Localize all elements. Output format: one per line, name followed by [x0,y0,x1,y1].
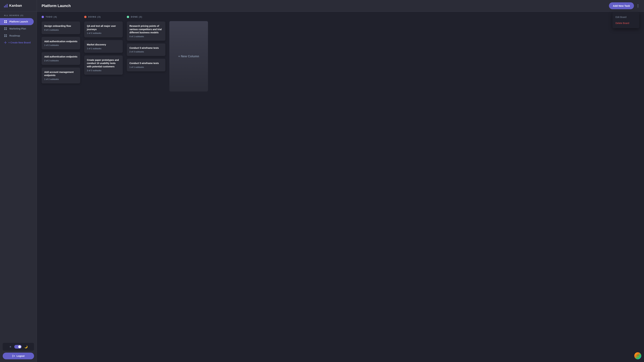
task-card-t4[interactable]: Add account management endpoints 1 of 2 … [42,67,80,83]
task-subtasks-t1: 0 of 1 subtasks [44,29,78,31]
dot-3 [638,7,638,7]
theme-toggle[interactable]: ☀ 🌙 [3,343,34,351]
logout-icon [12,355,15,357]
user-avatar[interactable]: 🌴 [634,352,641,359]
svg-rect-8 [4,34,5,35]
svg-rect-2 [4,22,5,23]
column-header-done: DONE (3) [127,16,165,18]
column-dot-done [127,16,129,18]
header: Platform Launch Add New Task [37,0,644,12]
sidebar-item-platform-launch[interactable]: Platform Launch [0,18,34,25]
sidebar-item-label: Marketing Plan [10,27,26,30]
sidebar-bottom: ☀ 🌙 Logout [0,340,37,362]
column-dot-todo [42,16,44,18]
sidebar-item-roadmap[interactable]: Roadmap [0,32,34,39]
svg-rect-0 [4,20,5,21]
task-subtasks-d2: 1 of 1 subtasks [87,47,120,50]
logo-bar-1 [4,6,5,7]
column-title-todo: TODO (4) [46,16,57,18]
task-subtasks-t2: 1 of 2 subtasks [44,44,78,46]
logout-button[interactable]: Logout [3,353,34,359]
task-subtasks-dn1: 0 of 1 subtasks [130,35,163,38]
header-dropdown: Edit Board Delete Board [612,12,639,28]
task-subtasks-t4: 1 of 2 subtasks [44,78,78,80]
task-card-d1[interactable]: QA and test all major user journeys 1 of… [84,21,123,37]
logo-icon [4,4,8,7]
task-title-d3: Create paper prototypes and conduct 10 u… [87,58,120,68]
column-dot-doing [84,16,86,18]
board-title: Platform Launch [42,4,71,8]
task-subtasks-dn3: 1 of 1 subtasks [130,66,163,68]
task-title-t2: Add authentication endpoints [44,40,78,43]
board-icon [4,20,7,23]
add-task-button[interactable]: Add New Task [609,2,634,9]
board-icon [4,27,7,30]
moon-icon: 🌙 [24,345,28,349]
svg-rect-10 [4,36,5,37]
boards-section-label: ALL BOARDS (3) [0,11,37,18]
sun-icon: ☀ [9,345,12,349]
task-subtasks-d3: 2 of 3 subtasks [87,69,120,72]
task-title-d1: QA and test all major user journeys [87,24,120,31]
task-title-t4: Add account management endpoints [44,70,78,77]
sidebar-item-label: Roadmap [10,34,20,37]
svg-rect-5 [6,27,7,28]
toggle-knob [18,346,21,348]
column-todo: TODO (4) Design onboarding flow 0 of 1 s… [42,16,80,83]
main-area: Platform Launch Add New Task Edit Board … [37,0,644,362]
column-doing: DOING (3) QA and test all major user jou… [84,16,123,75]
task-subtasks-dn2: 2 of 3 subtasks [130,51,163,53]
dot-2 [638,5,638,6]
task-card-dn2[interactable]: Conduct 5 wireframe tests 2 of 3 subtask… [127,43,165,56]
sidebar: Kanban ALL BOARDS (3) Platform Launch Ma… [0,0,37,362]
toggle-switch[interactable] [14,345,22,349]
delete-board-option[interactable]: Delete Board [612,20,639,26]
task-title-d2: Market discovery [87,43,120,46]
column-header-todo: TODO (4) [42,16,80,18]
task-card-d3[interactable]: Create paper prototypes and conduct 10 u… [84,55,123,75]
task-card-t3[interactable]: Add authentication endpoints 2 of 2 subt… [42,52,80,65]
task-card-dn3[interactable]: Conduct 5 wireframe tests 1 of 1 subtask… [127,59,165,71]
column-done: DONE (3) Research pricing points of vari… [127,16,165,71]
svg-rect-11 [6,36,7,37]
task-title-dn3: Conduct 5 wireframe tests [130,62,163,65]
svg-rect-7 [6,29,7,30]
task-card-t2[interactable]: Add authentication endpoints 1 of 2 subt… [42,37,80,50]
task-card-dn1[interactable]: Research pricing points of various compe… [127,21,165,41]
svg-rect-3 [6,22,7,23]
create-board-label: + Create New Board [8,41,31,44]
app-name: Kanban [9,4,22,7]
svg-rect-9 [6,34,7,35]
board-area: TODO (4) Design onboarding flow 0 of 1 s… [37,12,644,362]
svg-rect-4 [4,27,5,28]
board-columns: TODO (4) Design onboarding flow 0 of 1 s… [42,16,165,83]
sidebar-item-label: Platform Launch [10,20,28,23]
logo-area: Kanban [0,0,37,11]
board-icon [4,34,7,37]
header-actions: Add New Task [609,2,639,9]
task-subtasks-t3: 2 of 2 subtasks [44,59,78,62]
sidebar-item-marketing-plan[interactable]: Marketing Plan [0,25,34,32]
logo-bar-3 [7,4,8,7]
task-subtasks-d1: 1 of 2 subtasks [87,32,120,34]
column-header-doing: DOING (3) [84,16,123,18]
svg-rect-1 [6,20,7,21]
column-title-done: DONE (3) [131,16,142,18]
logo-bar-2 [5,5,6,7]
edit-board-option[interactable]: Edit Board [612,14,639,20]
svg-rect-6 [4,29,5,30]
logout-label: Logout [16,355,24,357]
sidebar-boards-list: Platform Launch Marketing Plan Roadmap [0,18,37,39]
task-card-d2[interactable]: Market discovery 1 of 1 subtasks [84,40,123,53]
column-title-doing: DOING (3) [88,16,101,18]
create-new-board-button[interactable]: + Create New Board [0,39,37,46]
task-title-t3: Add authentication endpoints [44,55,78,58]
task-title-dn2: Conduct 5 wireframe tests [130,46,163,50]
task-title-t1: Design onboarding flow [44,24,78,28]
task-card-t1[interactable]: Design onboarding flow 0 of 1 subtasks [42,21,80,34]
header-menu-button[interactable] [636,3,639,8]
task-title-dn1: Research pricing points of various compe… [130,24,163,34]
plus-icon [4,41,7,44]
new-column-button[interactable]: + New Column [170,21,208,91]
dot-1 [638,4,638,5]
